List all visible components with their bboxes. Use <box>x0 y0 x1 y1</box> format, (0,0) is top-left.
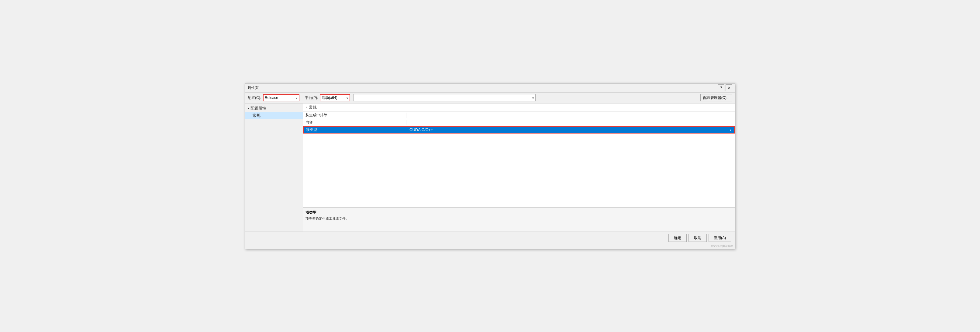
config-label: 配置(C): <box>248 95 261 100</box>
sidebar-section-label: 配置属性 <box>250 106 266 111</box>
platform-extra-dropdown[interactable]: ∨ <box>353 94 536 101</box>
prop-name-exclude: 从生成中排除 <box>303 112 406 118</box>
config-dropdown[interactable]: Release ∨ <box>263 94 299 101</box>
sidebar: ▴ 配置属性 常规 <box>245 103 303 232</box>
footer: 确定 取消 应用(A) <box>245 232 735 244</box>
platform-value: 活动(x64) <box>321 95 346 100</box>
prop-row-content[interactable]: 内容 <box>303 119 735 126</box>
config-manager-button[interactable]: 配置管理器(O)... <box>700 94 732 101</box>
properties-list: 从生成中排除 内容 项类型 <box>303 112 735 160</box>
prop-row-exclude[interactable]: 从生成中排除 <box>303 112 735 119</box>
close-button[interactable]: ✕ <box>725 84 732 91</box>
empty-space <box>303 159 735 207</box>
description-area: 项类型 项类型确定生成工具或文件。 <box>303 207 735 232</box>
watermark: CSDN @搬运狗01 <box>245 244 735 249</box>
content-section-header: ∨ 常规 <box>303 103 735 112</box>
description-title: 项类型 <box>305 210 732 215</box>
platform-dropdown-arrow: ∨ <box>346 96 348 100</box>
platform-dropdown[interactable]: 活动(x64) ∨ <box>320 94 350 101</box>
ok-button[interactable]: 确定 <box>668 234 687 242</box>
prop-value-itemtype-text: CUDA C/C++ <box>409 128 433 132</box>
sidebar-item-general[interactable]: 常规 <box>245 112 303 119</box>
cancel-button[interactable]: 取消 <box>689 234 707 242</box>
prop-name-itemtype: 项类型 <box>304 127 407 132</box>
properties-window: 属性页 ? ✕ 配置(C): Release ∨ 平台(P): 活动(x64) … <box>245 83 735 249</box>
prop-row-itemtype[interactable]: 项类型 CUDA C/C++ ∨ <box>303 126 735 134</box>
window-title: 属性页 <box>248 85 259 90</box>
content-section-arrow: ∨ <box>305 106 308 109</box>
title-bar: 属性页 ? ✕ <box>245 84 735 93</box>
sidebar-section-header[interactable]: ▴ 配置属性 <box>245 105 303 112</box>
help-button[interactable]: ? <box>718 84 724 91</box>
config-dropdown-arrow: ∨ <box>296 96 298 100</box>
config-value: Release <box>265 96 296 100</box>
main-content: ▴ 配置属性 常规 ∨ 常规 从生成中排除 <box>245 103 735 232</box>
content-area: ∨ 常规 从生成中排除 内容 <box>303 103 735 232</box>
platform-extra-arrow: ∨ <box>532 96 534 100</box>
title-bar-controls: ? ✕ <box>718 84 732 91</box>
prop-value-itemtype: CUDA C/C++ ∨ <box>407 128 734 132</box>
platform-label: 平台(P): <box>305 95 318 100</box>
sidebar-item-label: 常规 <box>253 113 261 118</box>
prop-value-itemtype-arrow[interactable]: ∨ <box>730 128 732 131</box>
content-wrapper: 从生成中排除 内容 项类型 <box>303 112 735 232</box>
toolbar: 配置(C): Release ∨ 平台(P): 活动(x64) ∨ ∨ 配置管理… <box>245 93 735 103</box>
apply-button[interactable]: 应用(A) <box>708 234 731 242</box>
description-text: 项类型确定生成工具或文件。 <box>305 217 732 221</box>
content-section-label: 常规 <box>309 105 317 110</box>
sidebar-section-arrow: ▴ <box>248 106 249 110</box>
prop-name-content: 内容 <box>303 120 406 125</box>
